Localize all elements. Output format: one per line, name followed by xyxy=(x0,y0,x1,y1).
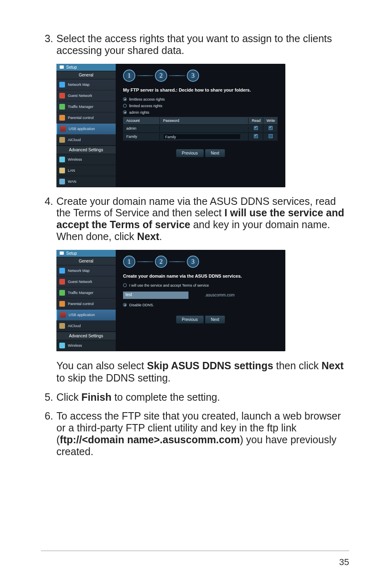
radio-disable-ddns[interactable]: Disable DDNS. xyxy=(123,303,278,307)
checkbox-icon xyxy=(269,134,273,138)
step-4-note: You can also select Skip ASUS DDNS setti… xyxy=(56,359,349,384)
nav-parental-control[interactable]: Parental control xyxy=(56,298,116,310)
nav-guest-network[interactable]: Guest Network xyxy=(56,90,116,101)
nav-usb-application[interactable]: USB application xyxy=(56,123,116,135)
footer-divider xyxy=(41,550,349,551)
cell-read[interactable] xyxy=(249,133,263,140)
panel-title: My FTP server is shared.: Decide how to … xyxy=(123,88,278,92)
step-indicator-2: 2 xyxy=(155,256,167,268)
nav-aicloud[interactable]: AiCloud xyxy=(56,321,116,332)
step-arrow-icon xyxy=(137,261,153,262)
domain-input[interactable]: test xyxy=(123,292,188,299)
wizard-steps: 1 2 3 xyxy=(123,256,278,268)
step-4-number: 4. xyxy=(41,195,56,242)
page-number: 35 xyxy=(339,557,349,568)
nav-wan[interactable]: WAN xyxy=(56,176,116,187)
step-5-number: 5. xyxy=(41,391,56,403)
step-arrow-icon xyxy=(169,261,185,262)
wan-icon xyxy=(59,179,65,184)
setup-header[interactable]: Setup xyxy=(56,250,116,257)
radio-icon xyxy=(123,104,127,108)
cell-write[interactable] xyxy=(263,133,278,140)
nav-parental-control[interactable]: Parental control xyxy=(56,112,116,123)
section-advanced: Advanced Settings xyxy=(56,146,116,154)
step-indicator-3: 3 xyxy=(187,256,199,268)
network-map-icon xyxy=(59,82,65,88)
setup-header[interactable]: Setup xyxy=(56,64,116,71)
router-sidebar: Setup General Network Map Guest Network … xyxy=(56,64,116,187)
step-indicator-2: 2 xyxy=(155,70,167,82)
usb-app-icon xyxy=(60,126,66,132)
section-general: General xyxy=(56,71,116,79)
checkbox-icon xyxy=(269,126,273,130)
traffic-manager-icon xyxy=(59,290,65,296)
radio-icon xyxy=(123,283,127,287)
next-button[interactable]: Next xyxy=(205,149,226,157)
nav-network-map[interactable]: Network Map xyxy=(56,79,116,90)
wireless-icon xyxy=(59,157,65,162)
rights-table: Account Password Read Write admin Family… xyxy=(123,117,278,141)
step-3-text: Select the access rights that you want t… xyxy=(56,33,349,56)
step-6-text: To access the FTP site that you created,… xyxy=(56,410,349,457)
previous-button[interactable]: Previous xyxy=(176,149,204,157)
screenshot-ftp-rights: Setup General Network Map Guest Network … xyxy=(56,64,285,187)
step-6-number: 6. xyxy=(41,410,56,457)
step-4-text: Create your domain name via the ASUS DDN… xyxy=(56,195,349,242)
step-arrow-icon xyxy=(169,75,185,76)
col-account: Account xyxy=(123,117,160,124)
panel-title: Create your domain name via the ASUS DDN… xyxy=(123,274,278,278)
next-button[interactable]: Next xyxy=(205,315,226,324)
step-indicator-3: 3 xyxy=(187,70,199,82)
table-row: Family Family xyxy=(123,132,278,141)
nav-wireless[interactable]: Wireless xyxy=(56,154,116,165)
radio-icon xyxy=(123,303,127,307)
nav-guest-network[interactable]: Guest Network xyxy=(56,276,116,287)
cell-account: Family xyxy=(123,133,160,140)
screenshot-ddns: Setup General Network Map Guest Network … xyxy=(56,250,285,351)
nav-network-map[interactable]: Network Map xyxy=(56,265,116,276)
section-general: General xyxy=(56,257,116,265)
nav-traffic-manager[interactable]: Traffic Manager xyxy=(56,287,116,298)
cell-password xyxy=(160,127,249,130)
lan-icon xyxy=(59,168,65,173)
step-5-text: Click Finish to complete the setting. xyxy=(56,391,349,403)
network-map-icon xyxy=(59,268,65,274)
section-advanced: Advanced Settings xyxy=(56,332,116,340)
cell-account: admin xyxy=(123,125,160,132)
radio-admin[interactable]: admin rights xyxy=(123,110,278,114)
cell-read[interactable] xyxy=(249,125,263,132)
radio-limited[interactable]: limited access rights xyxy=(123,104,278,108)
nav-aicloud[interactable]: AiCloud xyxy=(56,135,116,146)
nav-lan[interactable]: LAN xyxy=(56,165,116,176)
nav-wireless[interactable]: Wireless xyxy=(56,340,116,351)
aicloud-icon xyxy=(59,137,65,143)
cell-write[interactable] xyxy=(263,125,278,132)
col-read: Read xyxy=(249,117,263,124)
usb-app-icon xyxy=(60,312,66,318)
step-3-number: 3. xyxy=(41,33,56,56)
radio-icon xyxy=(123,110,127,114)
previous-button[interactable]: Previous xyxy=(176,315,204,324)
col-write: Write xyxy=(263,117,278,124)
radio-limitless[interactable]: limitless access rights xyxy=(123,97,278,101)
parental-control-icon xyxy=(59,301,65,307)
nav-traffic-manager[interactable]: Traffic Manager xyxy=(56,101,116,112)
aicloud-icon xyxy=(59,323,65,329)
router-sidebar: Setup General Network Map Guest Network … xyxy=(56,250,116,351)
radio-icon xyxy=(123,97,127,101)
nav-usb-application[interactable]: USB application xyxy=(56,310,116,321)
guest-network-icon xyxy=(59,93,65,99)
step-indicator-1: 1 xyxy=(123,256,135,268)
radio-use-service[interactable]: I will use the service and accept Terms … xyxy=(123,283,278,287)
domain-suffix: .asuscomm.com xyxy=(205,293,235,297)
parental-control-icon xyxy=(59,115,65,121)
checkbox-icon xyxy=(254,134,258,138)
password-input[interactable]: Family xyxy=(163,134,241,139)
cell-password[interactable]: Family xyxy=(160,131,249,142)
wireless-icon xyxy=(59,343,65,348)
guest-network-icon xyxy=(59,279,65,285)
wizard-steps: 1 2 3 xyxy=(123,70,278,82)
checkbox-icon xyxy=(254,126,258,130)
col-password: Password xyxy=(160,117,249,124)
step-indicator-1: 1 xyxy=(123,70,135,82)
